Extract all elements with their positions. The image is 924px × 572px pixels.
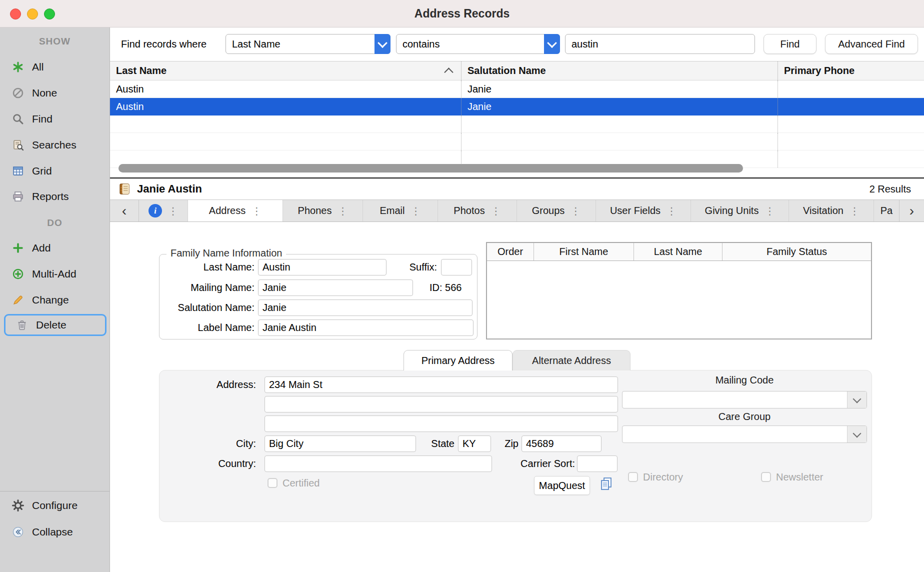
find-button[interactable]: Find [764, 34, 816, 54]
sidebar-item-delete[interactable]: Delete [4, 314, 106, 336]
sort-ascending-icon [444, 68, 453, 76]
care-group-label: Care Group [622, 410, 867, 423]
column-header-last-name[interactable]: Last Name [634, 243, 722, 260]
chevron-down-icon [853, 429, 862, 438]
tab-menu-dots-icon[interactable]: ⋮ [666, 205, 676, 217]
certified-checkbox[interactable] [268, 478, 278, 488]
sidebar-item-searches[interactable]: Searches [0, 134, 110, 156]
group-title: Family Name Information [166, 248, 286, 259]
tab-giving-units[interactable]: Giving Units ⋮ [691, 200, 789, 222]
tab-address[interactable]: Address ⋮ [188, 200, 283, 222]
tab-phones[interactable]: Phones ⋮ [283, 200, 363, 222]
sidebar-item-add[interactable]: Add [0, 237, 110, 259]
tab-label: Phones [298, 205, 332, 216]
zip-field[interactable] [522, 436, 602, 452]
tab-menu-dots-icon[interactable]: ⋮ [411, 205, 421, 217]
directory-checkbox[interactable] [628, 472, 638, 482]
table-row-empty[interactable] [110, 133, 924, 150]
cell-empty [778, 116, 924, 132]
tab-menu-dots-icon[interactable]: ⋮ [252, 205, 262, 217]
cell-salutation-name: Janie [462, 98, 778, 116]
printer-icon [11, 190, 25, 202]
city-field[interactable] [264, 436, 416, 452]
operator-select[interactable]: contains [396, 34, 560, 54]
slashed-circle-icon [11, 87, 25, 99]
app-window: Address Records SHOW All None [0, 0, 924, 572]
sidebar-item-configure[interactable]: Configure [0, 494, 110, 516]
sidebar-item-label: Add [32, 242, 50, 254]
sidebar-item-change[interactable]: Change [0, 289, 110, 311]
horizontal-scrollbar[interactable] [118, 164, 743, 172]
advanced-find-button[interactable]: Advanced Find [825, 34, 918, 54]
newsletter-checkbox[interactable] [761, 472, 771, 482]
carrier-sort-field[interactable] [577, 456, 618, 472]
copy-icon[interactable] [600, 476, 614, 494]
popup-button [374, 34, 390, 54]
label-name-field[interactable] [258, 320, 474, 336]
tab-label: Visitation [803, 205, 844, 216]
zip-label: Zip [494, 436, 518, 452]
saved-search-icon [11, 139, 25, 151]
tab-email[interactable]: Email ⋮ [363, 200, 438, 222]
tab-scroll-right-button[interactable]: › [899, 200, 924, 222]
tab-menu-dots-icon[interactable]: ⋮ [764, 205, 774, 217]
column-header-salutation-name[interactable]: Salutation Name [462, 62, 778, 80]
tab-label: Address [209, 205, 246, 216]
cell-last-name: Austin [110, 80, 462, 98]
state-field[interactable] [458, 436, 491, 452]
table-row-selected[interactable]: Austin Janie [110, 98, 924, 116]
tab-partial[interactable]: Pa [874, 200, 899, 222]
operator-select-value: contains [396, 34, 560, 54]
address-line1-field[interactable] [264, 376, 618, 393]
sidebar-item-collapse[interactable]: Collapse [0, 521, 110, 543]
sidebar-item-find[interactable]: Find [0, 108, 110, 130]
tab-photos[interactable]: Photos ⋮ [438, 200, 517, 222]
sidebar-item-reports[interactable]: Reports [0, 186, 110, 208]
tab-menu-dots-icon[interactable]: ⋮ [570, 205, 580, 217]
tab-alternate-address[interactable]: Alternate Address [512, 350, 630, 370]
column-header-family-status[interactable]: Family Status [722, 243, 871, 260]
trash-icon [15, 319, 29, 331]
dropdown-button [847, 426, 866, 442]
address-line2-field[interactable] [264, 396, 618, 412]
gear-icon [11, 500, 25, 512]
country-field[interactable] [264, 456, 492, 472]
tab-menu-dots-icon[interactable]: ⋮ [168, 205, 178, 217]
cell-salutation-name: Janie [462, 80, 778, 98]
table-row[interactable]: Austin Janie [110, 80, 924, 98]
tab-menu-dots-icon[interactable]: ⋮ [850, 205, 860, 217]
sidebar-item-grid[interactable]: Grid [0, 160, 110, 182]
sidebar-item-all[interactable]: All [0, 56, 110, 78]
tab-user-fields[interactable]: User Fields ⋮ [596, 200, 691, 222]
table-row-empty[interactable] [110, 116, 924, 133]
tab-groups[interactable]: Groups ⋮ [517, 200, 596, 222]
field-select[interactable]: Last Name [226, 34, 390, 54]
tab-visitation[interactable]: Visitation ⋮ [789, 200, 874, 222]
sidebar-item-multi-add[interactable]: Multi-Add [0, 263, 110, 285]
tab-scroll-left-button[interactable]: ‹ [110, 200, 139, 222]
column-header-order[interactable]: Order [487, 243, 534, 260]
sidebar-section-show: SHOW [0, 35, 110, 48]
sidebar-item-label: All [32, 61, 44, 73]
salutation-name-label: Salutation Name: [160, 300, 254, 316]
tab-menu-dots-icon[interactable]: ⋮ [338, 205, 348, 217]
last-name-field[interactable] [258, 259, 386, 276]
suffix-field[interactable] [441, 259, 472, 276]
window-title: Address Records [0, 0, 924, 27]
mapquest-button[interactable]: MapQuest [534, 476, 590, 495]
care-group-select[interactable] [622, 426, 867, 443]
tab-primary-address[interactable]: Primary Address [404, 350, 512, 370]
search-input[interactable] [565, 34, 755, 54]
mailing-name-field[interactable] [258, 280, 413, 296]
column-header-primary-phone[interactable]: Primary Phone [778, 62, 924, 80]
care-group-value [622, 428, 628, 440]
address-line3-field[interactable] [264, 416, 618, 432]
sidebar-item-none[interactable]: None [0, 82, 110, 104]
column-header-last-name[interactable]: Last Name [110, 62, 462, 80]
tab-menu-dots-icon[interactable]: ⋮ [491, 205, 501, 217]
column-header-first-name[interactable]: First Name [534, 243, 634, 260]
results-header-row: Last Name Salutation Name Primary Phone [110, 61, 924, 80]
salutation-name-field[interactable] [258, 300, 472, 316]
tab-info[interactable]: i ⋮ [139, 200, 188, 222]
mailing-code-select[interactable] [622, 391, 867, 408]
